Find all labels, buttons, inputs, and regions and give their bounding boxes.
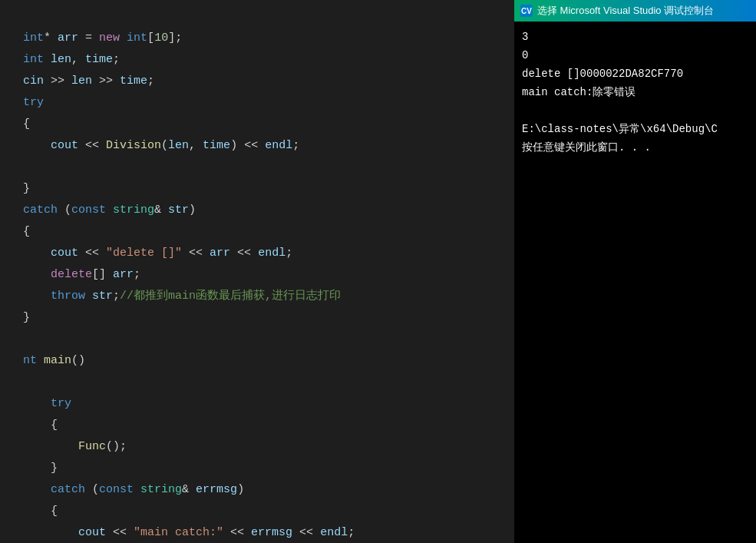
code-editor: int* arr = new int[10]; int len, time; c… [0, 0, 514, 543]
code-line-4: try [23, 96, 44, 109]
code-content: int* arr = new int[10]; int len, time; c… [0, 0, 514, 543]
code-line-3: cin [23, 74, 44, 88]
code-line-19: { [23, 419, 58, 432]
code-line-21: } [23, 462, 58, 475]
code-line-6 [23, 139, 51, 152]
console-panel: CV 选择 Microsoft Visual Studio 调试控制台 3 0 … [514, 0, 756, 543]
code-line-5: { [23, 118, 30, 131]
console-body: 3 0 delete []0000022DA82CF770 main catch… [514, 22, 756, 543]
console-output-7: 按任意键关闭此窗口. . . [522, 138, 748, 157]
console-output-5 [522, 101, 748, 120]
code-line-24 [23, 526, 78, 539]
code-line-8: } [23, 182, 30, 195]
code-line-9: catch [23, 204, 58, 217]
console-output-3: delete []0000022DA82CF770 [522, 65, 748, 83]
code-line-12 [23, 268, 51, 281]
console-output-6: E:\class-notes\异常\x64\Debug\C [522, 120, 748, 138]
console-icon-text: CV [521, 7, 532, 15]
code-line-2: int [23, 53, 44, 66]
console-icon: CV [520, 5, 533, 17]
console-output-4: main catch:除零错误 [522, 83, 748, 101]
code-line-11 [23, 247, 51, 260]
code-line-14: } [23, 311, 30, 324]
code-line-1: int [23, 31, 44, 45]
code-line-10: { [23, 225, 30, 238]
code-line-18 [23, 397, 51, 410]
console-title: 选择 Microsoft Visual Studio 调试控制台 [537, 4, 714, 18]
console-output-1: 3 [522, 28, 748, 46]
code-line-20 [23, 440, 78, 453]
code-line-22 [23, 483, 51, 496]
console-titlebar: CV 选择 Microsoft Visual Studio 调试控制台 [514, 0, 756, 22]
code-line-13 [23, 290, 51, 303]
code-line-23: { [23, 505, 58, 518]
console-output-2: 0 [522, 46, 748, 65]
